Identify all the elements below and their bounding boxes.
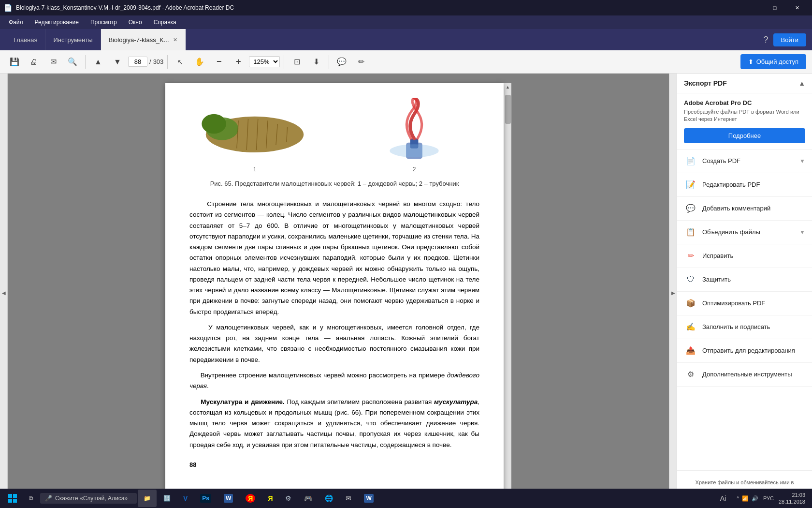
search-button[interactable]: 🔍 xyxy=(64,53,81,71)
file-explorer-icon: 📁 xyxy=(144,495,151,502)
right-panel-title: Экспорт PDF xyxy=(684,79,727,87)
steam-icon: ⚙ xyxy=(285,494,291,502)
right-panel-toggle[interactable]: ▶ xyxy=(669,74,677,508)
title-text: Biologiya-7-klass_Konstantinov-V.M.-i-dr… xyxy=(12,4,741,11)
svg-rect-12 xyxy=(8,494,12,498)
mail-icon: ✉ xyxy=(346,494,351,502)
tray-expand-icon[interactable]: ^ xyxy=(737,496,739,501)
tool-send-edit[interactable]: 📤 Отправить для редактирования xyxy=(677,339,812,363)
next-page-button[interactable]: ▼ xyxy=(109,53,126,71)
tool-more-tools[interactable]: ⚙ Дополнительные инструменты xyxy=(677,363,812,387)
help-button[interactable]: ? xyxy=(759,35,773,45)
taskbar-photoshop[interactable]: Ps xyxy=(194,490,217,507)
signin-button[interactable]: Войти xyxy=(773,33,806,46)
language-indicator[interactable]: РУС xyxy=(761,495,776,501)
yandex-browser-icon: Я xyxy=(246,494,255,503)
taskbar-calculator[interactable]: 🔢 xyxy=(158,490,176,507)
taskbar-yandex-browser[interactable]: Я xyxy=(240,490,261,507)
comment-button[interactable]: 💬 xyxy=(333,53,350,71)
taskbar-file-explorer[interactable]: 📁 xyxy=(138,490,157,507)
tab-home[interactable]: Главная xyxy=(6,29,45,50)
prev-page-button[interactable]: ▲ xyxy=(89,53,107,71)
tool-add-comment[interactable]: 💬 Добавить комментарий xyxy=(677,197,812,221)
tool-combine-files[interactable]: 📋 Объединить файлы ▼ xyxy=(677,221,812,244)
acrobat-promo-section: Adobe Acrobat Pro DC Преобразуйте файлы … xyxy=(677,93,812,149)
tool-create-pdf[interactable]: 📄 Создать PDF ▼ xyxy=(677,149,812,173)
system-tray: ^ 📶 🔊 РУС 21:03 28.11.2018 xyxy=(733,492,809,506)
tab-close-button[interactable]: ✕ xyxy=(173,37,177,43)
hand-tool-button[interactable]: ✋ xyxy=(191,53,208,71)
scroll-thumb[interactable] xyxy=(505,95,511,124)
rotate-button[interactable]: ⬇ xyxy=(307,53,325,71)
menu-edit[interactable]: Редактирование xyxy=(30,17,84,28)
menu-file[interactable]: Файл xyxy=(4,17,28,28)
tray-network-icon[interactable]: 📶 xyxy=(742,495,749,502)
pdf-paragraph-3: Внутреннее строение малощетинковых черве… xyxy=(189,370,479,392)
pdf-viewer[interactable]: 1 2 xyxy=(8,74,669,508)
close-button[interactable]: ✕ xyxy=(786,0,808,15)
tool-protect[interactable]: 🛡 Защитить xyxy=(677,268,812,292)
taskbar-mic-icon: 🎤 xyxy=(45,495,52,502)
taskbar-search-text: Скажите «Слушай, Алиса» xyxy=(55,495,128,502)
add-comment-icon: 💬 xyxy=(684,202,697,215)
taskbar-yandex-2[interactable]: Я xyxy=(262,490,278,507)
taskbar-game[interactable]: 🎮 xyxy=(298,490,318,507)
acrobat-more-button[interactable]: Подробнее xyxy=(684,128,805,143)
left-panel-toggle[interactable]: ◀ xyxy=(0,74,8,508)
minimize-button[interactable]: ─ xyxy=(741,0,764,15)
tool-fix-label: Исправить xyxy=(702,252,805,259)
taskbar-word[interactable]: W xyxy=(218,490,239,507)
menu-view[interactable]: Просмотр xyxy=(86,17,122,28)
more-tools-icon: ⚙ xyxy=(684,368,697,381)
share-button[interactable]: ⬆ Общий доступ xyxy=(740,54,806,69)
pen-button[interactable]: ✏ xyxy=(352,53,370,71)
yandex-2-icon: Я xyxy=(268,494,273,502)
cursor-tool-button[interactable]: ↖ xyxy=(172,53,189,71)
tab-tools[interactable]: Инструменты xyxy=(45,29,101,50)
tool-fill-sign[interactable]: ✍ Заполнить и подписать xyxy=(677,315,812,339)
system-clock: 21:03 28.11.2018 xyxy=(779,492,805,506)
separator-2 xyxy=(167,55,168,69)
print-button[interactable]: 🖨 xyxy=(25,53,43,71)
task-view-icon: ⧉ xyxy=(29,495,33,502)
optimize-pdf-icon: 📦 xyxy=(684,297,697,310)
taskbar-browser[interactable]: 🌐 xyxy=(319,490,339,507)
tool-edit-pdf[interactable]: 📝 Редактировать PDF xyxy=(677,173,812,197)
current-page-input[interactable] xyxy=(128,57,147,67)
nav-bar: Главная Инструменты Biologiya-7-klass_K.… xyxy=(0,29,812,50)
tool-fix[interactable]: ✏ Исправить xyxy=(677,244,812,268)
taskbar-steam[interactable]: ⚙ xyxy=(279,490,297,507)
menu-window[interactable]: Окно xyxy=(124,17,147,28)
tray-volume-icon[interactable]: 🔊 xyxy=(752,495,758,502)
pdf-caption: Рис. 65. Представители малощетинковых че… xyxy=(189,179,479,189)
right-panel-collapse-button[interactable]: ▲ xyxy=(798,79,805,87)
tool-optimize-pdf[interactable]: 📦 Оптимизировать PDF xyxy=(677,292,812,315)
taskbar-search[interactable]: 🎤 Скажите «Слушай, Алиса» xyxy=(40,493,137,504)
taskbar-word-2[interactable]: W xyxy=(358,490,379,507)
pdf-scrollbar[interactable]: ▲ xyxy=(504,83,511,502)
acrobat-title: Adobe Acrobat Pro DC xyxy=(684,99,805,106)
zoom-level-select[interactable]: 125% 100% 75% 150% xyxy=(249,56,280,67)
taskbar-app-v[interactable]: V xyxy=(177,490,193,507)
taskbar-mail[interactable]: ✉ xyxy=(340,490,357,507)
share-icon: ⬆ xyxy=(748,58,754,65)
zoom-out-button[interactable]: − xyxy=(210,53,228,71)
start-button[interactable] xyxy=(3,489,22,508)
maximize-button[interactable]: □ xyxy=(764,0,786,15)
separator-1 xyxy=(85,55,86,69)
scroll-up-arrow[interactable]: ▲ xyxy=(504,83,512,91)
title-bar: 📄 Biologiya-7-klass_Konstantinov-V.M.-i-… xyxy=(0,0,812,15)
main-area: ◀ xyxy=(0,74,812,508)
menu-help[interactable]: Справка xyxy=(149,17,181,28)
tab-document[interactable]: Biologiya-7-klass_K... ✕ xyxy=(101,29,186,50)
save-button[interactable]: 💾 xyxy=(6,53,23,71)
pdf-image-area: 1 2 xyxy=(189,98,479,174)
pdf-paragraph-4: Мускулатура и движение. Под каждым эпите… xyxy=(189,397,479,450)
separator-3 xyxy=(284,55,284,69)
zoom-in-button[interactable]: + xyxy=(230,53,247,71)
fit-page-button[interactable]: ⊡ xyxy=(288,53,305,71)
tool-add-comment-label: Добавить комментарий xyxy=(702,205,805,212)
task-view-button[interactable]: ⧉ xyxy=(23,490,39,507)
taskbar-ai-label[interactable]: Ai xyxy=(714,490,732,507)
email-button[interactable]: ✉ xyxy=(44,53,62,71)
